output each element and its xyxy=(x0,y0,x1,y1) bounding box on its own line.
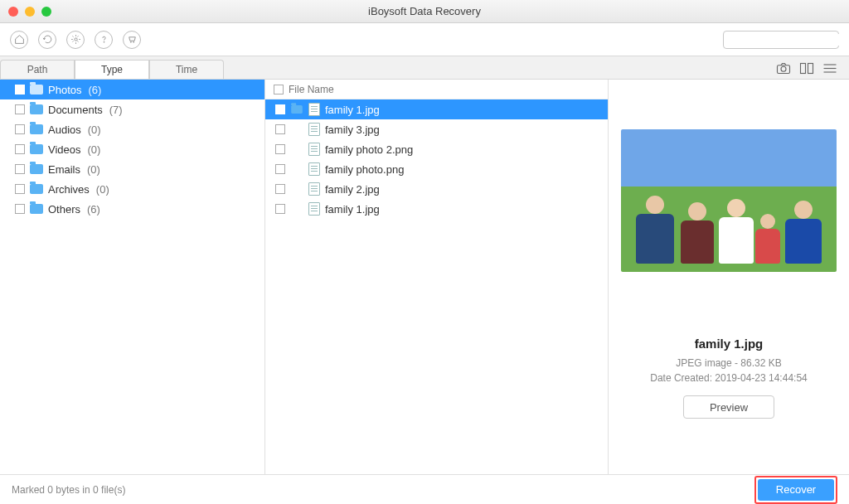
category-emails[interactable]: Emails (0) xyxy=(0,159,264,179)
minimize-window[interactable] xyxy=(25,7,35,17)
list-view-icon[interactable] xyxy=(822,62,837,74)
folder-icon xyxy=(30,164,43,174)
category-photos[interactable]: Photos (6) xyxy=(0,80,264,99)
file-icon xyxy=(308,202,320,216)
view-mode-icons xyxy=(776,56,849,79)
checkbox[interactable] xyxy=(275,144,285,154)
svg-rect-6 xyxy=(808,63,813,73)
status-text: Marked 0 bytes in 0 file(s) xyxy=(12,484,125,496)
svg-point-0 xyxy=(74,38,76,41)
preview-date: Date Created: 2019-04-23 14:44:54 xyxy=(650,372,807,384)
category-audios[interactable]: Audios (0) xyxy=(0,119,264,139)
checkbox[interactable] xyxy=(275,124,285,134)
tab-time[interactable]: Time xyxy=(149,60,224,79)
file-icon xyxy=(308,162,320,176)
category-count: (7) xyxy=(109,104,123,116)
preview-panel: family 1.jpg JPEG image - 86.32 KB Date … xyxy=(609,80,849,474)
folder-icon xyxy=(30,124,43,134)
file-icon xyxy=(308,182,320,196)
traffic-lights xyxy=(8,7,51,17)
zoom-window[interactable] xyxy=(41,7,51,17)
file-name-column: File Name xyxy=(289,84,334,95)
category-label: Videos xyxy=(48,143,81,156)
recover-button[interactable]: Recover xyxy=(758,479,834,501)
checkbox[interactable] xyxy=(15,124,25,134)
svg-point-1 xyxy=(104,41,104,42)
search-field[interactable] xyxy=(732,34,849,46)
svg-rect-5 xyxy=(801,63,806,73)
file-icon xyxy=(308,123,320,136)
checkbox[interactable] xyxy=(15,184,25,194)
file-row[interactable]: family photo 2.png xyxy=(265,139,608,159)
tab-type[interactable]: Type xyxy=(75,60,149,79)
preview-filename: family 1.jpg xyxy=(695,337,764,351)
file-name: family 1.jpg xyxy=(325,104,380,116)
file-row[interactable]: family 1.jpg xyxy=(265,99,608,119)
refresh-icon[interactable] xyxy=(38,31,56,49)
tab-row: Path Type Time xyxy=(0,56,849,80)
close-window[interactable] xyxy=(8,7,18,17)
category-count: (0) xyxy=(88,143,101,156)
category-videos[interactable]: Videos (0) xyxy=(0,139,264,159)
checkbox[interactable] xyxy=(275,204,285,214)
file-list: File Name family 1.jpg family 3.jpg fami… xyxy=(265,80,609,474)
category-documents[interactable]: Documents (7) xyxy=(0,99,264,119)
preview-button[interactable]: Preview xyxy=(683,395,774,419)
checkbox[interactable] xyxy=(15,144,25,154)
category-label: Documents xyxy=(48,104,103,116)
folder-icon xyxy=(30,104,43,114)
file-name: family 1.jpg xyxy=(325,203,380,216)
search-input[interactable]: ✕ xyxy=(723,31,839,49)
checkbox[interactable] xyxy=(275,164,285,174)
checkbox[interactable] xyxy=(15,204,25,214)
file-row[interactable]: family 1.jpg xyxy=(265,199,608,219)
folder-icon xyxy=(30,184,43,194)
preview-thumbnail xyxy=(621,129,837,272)
category-count: (6) xyxy=(88,84,101,96)
home-icon[interactable] xyxy=(10,31,28,49)
settings-icon[interactable] xyxy=(66,31,85,49)
toolbar: ✕ xyxy=(0,23,849,56)
grid-view-icon[interactable] xyxy=(799,62,814,74)
file-icon xyxy=(308,143,320,156)
titlebar: iBoysoft Data Recovery xyxy=(0,0,849,23)
cart-icon[interactable] xyxy=(123,31,141,49)
file-list-header: File Name xyxy=(265,80,608,99)
preview-meta: JPEG image - 86.32 KB xyxy=(676,357,781,369)
file-row[interactable]: family 2.jpg xyxy=(265,179,608,199)
category-label: Emails xyxy=(48,163,80,176)
file-name: family photo.png xyxy=(325,163,404,176)
file-name: family photo 2.png xyxy=(325,143,413,156)
checkbox[interactable] xyxy=(275,104,285,114)
window-title: iBoysoft Data Recovery xyxy=(0,5,849,17)
folder-icon xyxy=(30,204,43,214)
category-archives[interactable]: Archives (0) xyxy=(0,179,264,199)
checkbox[interactable] xyxy=(15,164,25,174)
file-row[interactable]: family photo.png xyxy=(265,159,608,179)
category-label: Others xyxy=(48,203,80,216)
toolbar-group xyxy=(10,31,141,49)
folder-icon xyxy=(30,85,43,94)
folder-icon xyxy=(291,105,303,114)
category-count: (0) xyxy=(96,183,109,196)
category-others[interactable]: Others (6) xyxy=(0,199,264,219)
tab-path[interactable]: Path xyxy=(0,60,75,79)
view-tabs: Path Type Time xyxy=(0,56,224,79)
category-label: Photos xyxy=(48,84,81,96)
select-all-checkbox[interactable] xyxy=(274,85,284,94)
camera-icon[interactable] xyxy=(776,62,791,74)
checkbox[interactable] xyxy=(275,184,285,194)
help-icon[interactable] xyxy=(95,31,113,49)
checkbox[interactable] xyxy=(15,104,25,114)
category-sidebar: Photos (6) Documents (7) Audios (0) Vide… xyxy=(0,80,265,474)
folder-icon xyxy=(30,144,43,154)
svg-point-4 xyxy=(781,66,786,71)
file-row[interactable]: family 3.jpg xyxy=(265,119,608,139)
checkbox[interactable] xyxy=(15,85,25,94)
category-count: (0) xyxy=(88,124,101,136)
file-name: family 3.jpg xyxy=(325,124,380,136)
category-count: (0) xyxy=(87,163,100,176)
category-label: Audios xyxy=(48,124,81,136)
file-name: family 2.jpg xyxy=(325,183,380,196)
category-count: (6) xyxy=(87,203,100,216)
